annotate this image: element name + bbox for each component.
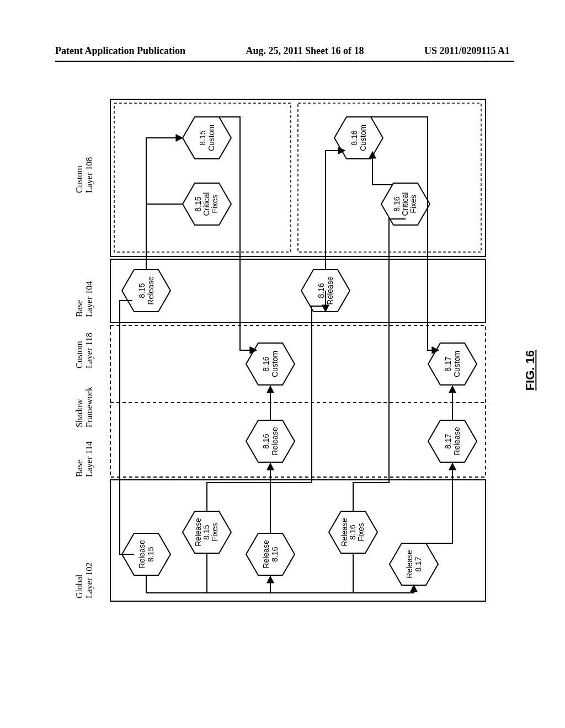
svg-rect-1 — [110, 325, 486, 477]
svg-text:8.16: 8.16 — [317, 283, 326, 298]
figure-caption: FIG. 16 — [523, 350, 537, 390]
svg-text:Fixes: Fixes — [409, 195, 418, 213]
svg-text:8.16: 8.16 — [270, 547, 279, 561]
node-shadow-816-release: 8.16 Release — [246, 420, 295, 462]
diagram-svg: Release 8.15 Release 8.15 Fixes Release … — [108, 97, 488, 604]
svg-rect-0 — [110, 480, 486, 601]
layer-label-custom-shadow: Custom Layer 118 — [74, 333, 95, 368]
node-base-815-release: 8.15 Release — [122, 270, 170, 312]
svg-text:Fixes: Fixes — [210, 523, 219, 541]
svg-rect-4 — [110, 99, 486, 256]
layer-label-base-shadow: Base Layer 114 — [74, 441, 95, 477]
svg-text:8.16: 8.16 — [348, 524, 357, 539]
svg-text:8.15: 8.15 — [202, 524, 211, 539]
node-shadow-817-custom: 8.17 Custom — [428, 343, 477, 385]
svg-text:Custom: Custom — [270, 351, 279, 377]
node-release-817: Release 8.17 — [390, 543, 438, 585]
header-center: Aug. 25, 2011 Sheet 16 of 18 — [246, 45, 364, 57]
svg-text:Release: Release — [270, 427, 279, 456]
node-release-816: Release 8.16 — [246, 533, 295, 575]
svg-text:8.17: 8.17 — [414, 556, 423, 571]
layer-label-shadow-framework: Shadow Framework — [74, 387, 95, 427]
svg-text:Critical: Critical — [202, 192, 211, 216]
node-shadow-816-custom: 8.16 Custom — [246, 343, 295, 385]
svg-text:Custom: Custom — [207, 125, 216, 151]
node-custom-815-custom: 8.15 Custom — [183, 117, 231, 159]
svg-text:Fixes: Fixes — [356, 523, 365, 541]
figure-16: Global Layer 102 Base Layer 114 Shadow F… — [72, 97, 497, 615]
page-header: Patent Application Publication Aug. 25, … — [0, 45, 565, 60]
svg-text:Release: Release — [146, 276, 155, 305]
node-release-815-fixes: Release 8.15 Fixes — [183, 511, 231, 553]
svg-text:8.16: 8.16 — [262, 356, 270, 371]
svg-text:8.15: 8.15 — [198, 130, 207, 145]
svg-text:8.16: 8.16 — [350, 130, 359, 145]
layer-label-custom: Custom Layer 108 — [74, 157, 95, 193]
header-left: Patent Application Publication — [55, 45, 185, 57]
svg-text:Custom: Custom — [359, 125, 367, 151]
svg-text:8.17: 8.17 — [444, 356, 452, 371]
svg-text:Custom: Custom — [452, 351, 461, 377]
svg-text:8.16: 8.16 — [262, 433, 270, 448]
svg-text:Release: Release — [452, 427, 461, 456]
header-right: US 2011/0209115 A1 — [424, 45, 510, 57]
svg-text:Fixes: Fixes — [210, 195, 219, 213]
svg-text:Release: Release — [326, 276, 334, 305]
svg-text:Release: Release — [194, 518, 202, 547]
node-shadow-817-release: 8.17 Release — [428, 420, 477, 462]
layer-label-base: Base Layer 104 — [74, 281, 95, 317]
svg-text:8.15: 8.15 — [137, 283, 146, 298]
node-custom-815-critical-fixes: 8.15 Critical Fixes — [183, 183, 231, 225]
node-release-816-fixes: Release 8.16 Fixes — [329, 511, 377, 553]
layer-label-global: Global Layer 102 — [74, 563, 95, 598]
svg-text:Release: Release — [340, 518, 349, 547]
svg-text:8.16: 8.16 — [392, 196, 401, 211]
node-custom-816-custom: 8.16 Custom — [334, 117, 383, 159]
svg-text:Release: Release — [405, 550, 414, 579]
svg-text:8.15: 8.15 — [146, 547, 155, 561]
svg-text:Critical: Critical — [401, 192, 409, 216]
svg-text:8.17: 8.17 — [444, 433, 452, 448]
svg-text:Release: Release — [137, 540, 146, 569]
svg-text:Release: Release — [262, 540, 270, 569]
header-rule — [55, 61, 514, 62]
svg-text:8.15: 8.15 — [194, 196, 202, 211]
